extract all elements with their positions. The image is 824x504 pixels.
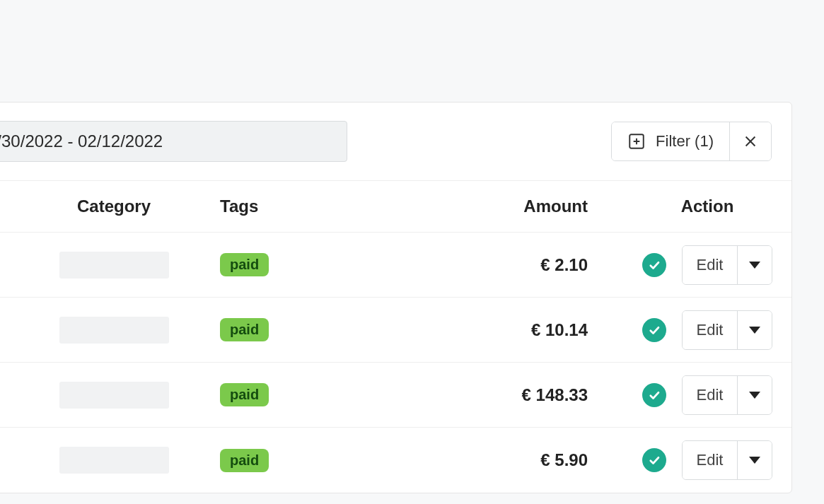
action-button-group: Edit bbox=[682, 310, 773, 350]
main-panel: 1/30/2022 - 02/12/2022 Filter (1) bbox=[0, 102, 792, 493]
plus-square-icon bbox=[627, 132, 646, 151]
tag-paid[interactable]: paid bbox=[220, 449, 269, 472]
category-placeholder bbox=[59, 447, 169, 474]
action-dropdown-button[interactable] bbox=[737, 441, 772, 479]
action-dropdown-button[interactable] bbox=[737, 376, 772, 414]
action-button-group: Edit bbox=[682, 440, 773, 480]
category-placeholder bbox=[59, 252, 169, 279]
clear-filter-button[interactable] bbox=[729, 122, 771, 160]
edit-button[interactable]: Edit bbox=[683, 311, 738, 349]
edit-button[interactable]: Edit bbox=[683, 441, 738, 479]
table-row: paid € 5.90 Edit bbox=[0, 428, 791, 493]
column-amount[interactable]: Amount bbox=[340, 197, 602, 216]
action-dropdown-button[interactable] bbox=[737, 311, 772, 349]
category-placeholder bbox=[59, 317, 169, 344]
check-circle-icon bbox=[642, 448, 666, 472]
date-range-text: 1/30/2022 - 02/12/2022 bbox=[0, 131, 163, 151]
table-row: paid € 10.14 Edit bbox=[0, 298, 791, 363]
filter-button[interactable]: Filter (1) bbox=[612, 122, 729, 160]
caret-down-icon bbox=[749, 262, 760, 269]
toolbar: 1/30/2022 - 02/12/2022 Filter (1) bbox=[0, 102, 791, 181]
table-row: paid € 2.10 Edit bbox=[0, 233, 791, 298]
caret-down-icon bbox=[749, 392, 760, 399]
category-placeholder bbox=[59, 382, 169, 409]
edit-button[interactable]: Edit bbox=[683, 246, 738, 284]
edit-button[interactable]: Edit bbox=[683, 376, 738, 414]
svg-marker-7 bbox=[749, 392, 760, 399]
svg-marker-6 bbox=[749, 327, 760, 334]
column-category[interactable]: Category bbox=[0, 197, 213, 216]
amount-value: € 10.14 bbox=[531, 320, 588, 339]
caret-down-icon bbox=[749, 457, 760, 464]
caret-down-icon bbox=[749, 327, 760, 334]
svg-marker-8 bbox=[749, 457, 760, 464]
amount-value: € 2.10 bbox=[540, 255, 588, 274]
tag-paid[interactable]: paid bbox=[220, 383, 269, 406]
amount-value: € 5.90 bbox=[540, 450, 588, 469]
filter-group: Filter (1) bbox=[611, 122, 772, 161]
tag-paid[interactable]: paid bbox=[220, 253, 269, 276]
action-button-group: Edit bbox=[682, 245, 773, 285]
date-range-input[interactable]: 1/30/2022 - 02/12/2022 bbox=[0, 121, 347, 162]
tag-paid[interactable]: paid bbox=[220, 318, 269, 341]
amount-value: € 148.33 bbox=[522, 385, 588, 404]
check-circle-icon bbox=[642, 318, 666, 342]
table-row: paid € 148.33 Edit bbox=[0, 363, 791, 428]
action-dropdown-button[interactable] bbox=[737, 246, 772, 284]
column-action: Action bbox=[602, 197, 791, 216]
filter-label: Filter (1) bbox=[656, 132, 714, 151]
action-button-group: Edit bbox=[682, 375, 773, 415]
check-circle-icon bbox=[642, 383, 666, 407]
svg-marker-5 bbox=[749, 262, 760, 269]
column-tags[interactable]: Tags bbox=[213, 197, 340, 216]
close-icon bbox=[743, 134, 758, 149]
table-header: Category Tags Amount Action bbox=[0, 181, 791, 233]
check-circle-icon bbox=[642, 253, 666, 277]
